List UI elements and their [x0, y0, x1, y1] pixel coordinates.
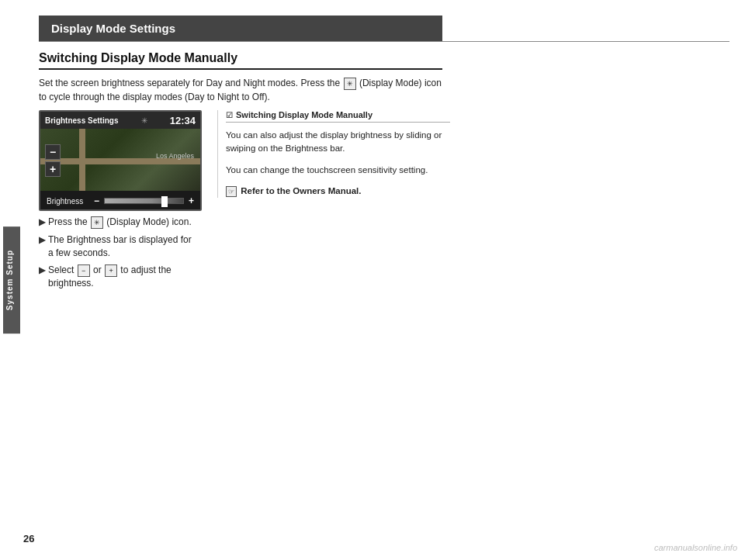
- step1-icon: ✳: [91, 216, 103, 229]
- step-2: ▶ The Brightness bar is displayed for a …: [39, 233, 194, 260]
- step3-text: Select − or + to adjust the brightness.: [48, 264, 194, 290]
- city-label: Los Angeles: [156, 152, 194, 160]
- right-column: Switching Display Mode Manually You can …: [217, 110, 450, 198]
- steps-area: ▶ Press the ✳ (Display Mode) icon. ▶ The…: [39, 211, 194, 295]
- map-controls: − +: [45, 144, 61, 177]
- sidebar-tab: System Setup: [3, 226, 20, 334]
- road-vertical: [79, 129, 85, 191]
- header-bar: Display Mode Settings: [39, 16, 442, 41]
- plus-icon: +: [105, 264, 117, 277]
- screen-brightness-bar: Brightness − +: [40, 191, 200, 211]
- screen-icon: ✳: [141, 116, 147, 125]
- minus-icon: −: [78, 264, 90, 277]
- sidebar: System Setup: [0, 0, 23, 560]
- step-3: ▶ Select − or + to adjust the brightness…: [39, 264, 194, 290]
- header-title: Display Mode Settings: [51, 22, 175, 35]
- header-rule: [39, 41, 729, 42]
- zoom-in-button: +: [45, 161, 61, 177]
- main-content: Display Mode Settings Switching Display …: [23, 0, 745, 560]
- screen-title: Brightness Settings: [45, 116, 118, 125]
- left-column: Brightness Settings ✳ 12:34 − + Los Ange…: [39, 110, 202, 295]
- zoom-out-button: −: [45, 144, 61, 160]
- step1-text: Press the ✳ (Display Mode) icon.: [48, 216, 192, 229]
- info-box-title: Switching Display Mode Manually: [226, 110, 450, 123]
- screen-time: 12:34: [170, 115, 196, 126]
- brightness-minus: −: [94, 195, 99, 206]
- step1-arrow: ▶: [39, 216, 45, 228]
- brightness-fill: [104, 198, 184, 204]
- step2-arrow: ▶: [39, 234, 45, 246]
- screen-top-bar: Brightness Settings ✳ 12:34: [40, 112, 200, 129]
- info-text-2: You can change the touchscreen sensitivi…: [226, 164, 450, 177]
- brightness-dot: [161, 196, 168, 207]
- brightness-label: Brightness: [47, 197, 89, 206]
- watermark: carmanualsonline.info: [654, 543, 737, 552]
- intro-text: Set the screen brightness separately for…: [39, 76, 442, 104]
- section-heading: Switching Display Mode Manually: [39, 51, 442, 70]
- screen-map-area: − + Los Angeles: [40, 129, 200, 191]
- refer-icon: ☞: [226, 186, 237, 197]
- content-columns: Brightness Settings ✳ 12:34 − + Los Ange…: [39, 110, 729, 295]
- screen-mockup: Brightness Settings ✳ 12:34 − + Los Ange…: [39, 110, 202, 211]
- refer-text: ☞ Refer to the Owners Manual.: [226, 185, 450, 198]
- info-text-1: You can also adjust the display brightne…: [226, 129, 450, 156]
- display-mode-icon: ✳: [344, 78, 356, 90]
- refer-bold-text: Refer to the Owners Manual.: [241, 186, 361, 195]
- step-1: ▶ Press the ✳ (Display Mode) icon.: [39, 216, 194, 229]
- brightness-plus: +: [189, 195, 194, 206]
- step2-text: The Brightness bar is displayed for a fe…: [48, 233, 194, 260]
- step3-arrow: ▶: [39, 264, 45, 276]
